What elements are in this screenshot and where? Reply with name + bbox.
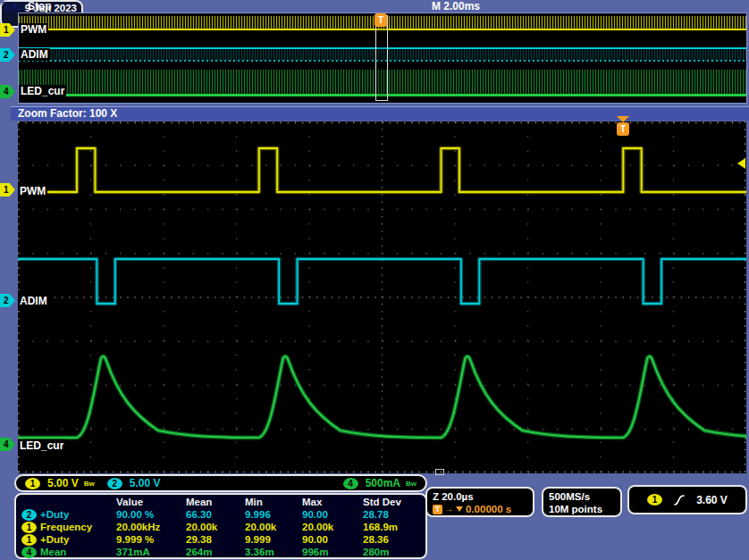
measurement-min: 3.36m: [245, 547, 302, 557]
horizontal-readout-box[interactable]: Z 20.0µs T→0.00000 s: [425, 487, 534, 517]
measurement-max: 20.00k: [302, 522, 363, 532]
triangle-down-icon: [456, 506, 463, 512]
channel4-badge: 4: [21, 547, 37, 558]
sample-rate: 500MS/s: [549, 490, 615, 503]
measurement-value: 9.999 %: [116, 534, 186, 545]
zoom-position: 0.00000 s: [466, 503, 511, 515]
measurement-value: 90.00 %: [116, 509, 186, 520]
measurement-value: 371mA: [116, 547, 186, 557]
measurement-stddev: 28.78: [363, 509, 425, 520]
zoom-window-bracket[interactable]: [375, 15, 388, 101]
waveform-plot: [18, 121, 746, 473]
col-header-stddev: Std Dev: [363, 497, 425, 507]
col-header-value: Value: [116, 497, 186, 507]
measurement-stddev: 168.9m: [363, 522, 425, 532]
oscilloscope-screen: Tek Stop M 2.00ms 1 PWM 2 ADIM 4 LED_cur…: [0, 0, 749, 560]
channel2-label-overview: ADIM: [19, 48, 50, 61]
measurement-min: 9.999: [245, 534, 302, 545]
trigger-source-badge: 1: [647, 494, 662, 506]
measurement-mean: 29.38: [186, 534, 245, 545]
col-header-max: Max: [302, 497, 363, 507]
measurement-mean: 264m: [186, 547, 245, 557]
col-header-min: Min: [245, 497, 302, 507]
measurement-row-label[interactable]: 1 +Duty: [21, 534, 116, 546]
arrow-right-icon: →: [444, 503, 453, 515]
measurement-max: 996m: [302, 547, 363, 557]
main-graticule: [18, 121, 746, 473]
channel2-label: ADIM: [18, 295, 49, 307]
channel1-label-overview: PWM: [19, 23, 48, 36]
channel4-badge[interactable]: 4: [343, 478, 358, 489]
measurement-value: 20.00kHz: [116, 522, 186, 532]
trigger-level-arrow-icon[interactable]: [737, 158, 745, 169]
zoom-timebase: Z 20.0µs: [433, 490, 527, 503]
col-header-mean: Mean: [186, 497, 245, 507]
acquisition-readout-box[interactable]: 500MS/s 10M points: [542, 487, 622, 517]
trigger-position-marker-overview[interactable]: T: [374, 13, 387, 27]
main-timebase-readout[interactable]: M 2.00ms: [432, 0, 480, 13]
channel1-marker[interactable]: 1: [0, 183, 15, 196]
channel2-scale[interactable]: 5.00 V: [130, 477, 161, 489]
measurement-min: 20.00k: [245, 522, 302, 532]
channel4-marker[interactable]: 4: [0, 438, 15, 451]
measurement-stddev: 280m: [363, 547, 425, 557]
channel4-label-overview: LED_cur: [19, 85, 66, 97]
channel2-marker-overview[interactable]: 2: [0, 48, 15, 62]
channel4-marker-overview[interactable]: 4: [0, 85, 15, 98]
channel1-badge: 1: [21, 522, 37, 533]
trigger-t-icon: T: [433, 505, 442, 514]
measurement-stddev: 28.36: [363, 534, 425, 545]
measurement-max: 90.00: [302, 509, 363, 520]
zoom-factor-bar: Zoom Factor: 100 X: [11, 106, 749, 121]
channel4-bandwidth-icon: Bᴡ: [406, 480, 417, 488]
channel-readout-bar: 1 5.00 V Bᴡ 2 5.00 V 4 500mA Bᴡ: [14, 474, 427, 492]
channel4-label: LED_cur: [18, 439, 65, 452]
measurement-row-label[interactable]: 4 Mean: [21, 547, 116, 558]
measurement-mean: 66.30: [186, 509, 245, 520]
trigger-readout-box[interactable]: 1 3.60 V: [627, 485, 747, 514]
measurement-max: 90.00: [302, 534, 363, 545]
channel2-badge: 2: [21, 509, 37, 521]
zoom-position-marker: [435, 469, 444, 475]
record-length: 10M points: [549, 503, 615, 515]
measurement-table: Value Mean Min Max Std Dev 2 +Duty 90.00…: [14, 493, 427, 559]
rising-slope-icon: [673, 494, 686, 506]
channel2-badge[interactable]: 2: [107, 478, 122, 489]
channel1-badge: 1: [21, 534, 37, 546]
measurement-mean: 20.00k: [186, 522, 245, 532]
channel2-marker[interactable]: 2: [0, 294, 15, 307]
trigger-level: 3.60 V: [696, 494, 728, 506]
measurement-min: 9.996: [245, 509, 302, 520]
measurement-row-label[interactable]: 2 +Duty: [21, 509, 116, 521]
channel1-scale[interactable]: 5.00 V: [47, 477, 79, 489]
channel1-badge[interactable]: 1: [25, 478, 40, 489]
trigger-position-flag[interactable]: T: [617, 122, 629, 136]
trigger-position-arrow-icon: [617, 116, 629, 122]
measurement-row-label[interactable]: 1 Frequency: [21, 522, 116, 533]
channel1-bandwidth-icon: Bᴡ: [84, 480, 95, 488]
channel4-scale[interactable]: 500mA: [366, 477, 400, 489]
acquisition-status[interactable]: Stop: [28, 0, 52, 13]
channel1-label: PWM: [18, 185, 47, 197]
